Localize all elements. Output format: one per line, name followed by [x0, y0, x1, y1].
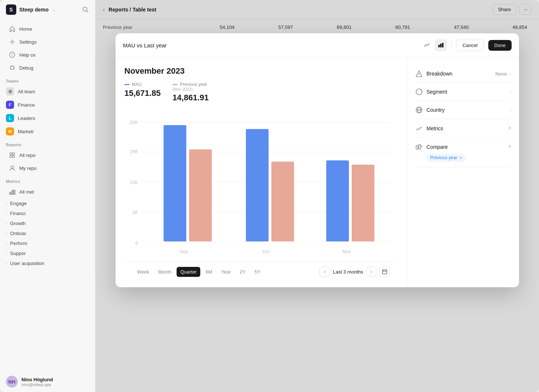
metrics-section[interactable]: Metrics + [415, 119, 512, 138]
chart-area: November 2023 MAU 15,671.85 [116, 57, 408, 287]
sidebar-item-growth[interactable]: › Growth [0, 218, 95, 228]
compare-header[interactable]: Compare + [415, 143, 512, 154]
country-section[interactable]: Country › [415, 101, 512, 119]
cancel-button[interactable]: Cancel [456, 40, 483, 51]
segment-chevron: › [510, 90, 512, 94]
month-button[interactable]: Month [154, 267, 175, 277]
modal-overlay: Cancel Done November 2023 MAU [96, 0, 539, 392]
2y-button[interactable]: 2Y [236, 267, 250, 277]
svg-rect-9 [13, 155, 14, 157]
onboar-chevron: › [6, 231, 7, 235]
sidebar-item-all-metrics[interactable]: All met [3, 185, 92, 198]
growth-label: Growth [10, 221, 26, 226]
compare-add[interactable]: + [508, 143, 512, 151]
chart-month-label: November 2023 [124, 66, 399, 76]
sidebar-item-suppor[interactable]: › Suppor [0, 248, 95, 258]
legend-mau-label: MAU [124, 82, 161, 87]
bar-chart: 20K 15K 10K 5K 0 [124, 111, 399, 262]
metrics-label: Metrics [426, 125, 508, 131]
metrics-icon [415, 125, 423, 132]
bar-chart-button[interactable] [435, 39, 447, 51]
avatar-initials: NH [9, 379, 16, 385]
sidebar-item-onboar[interactable]: › Onboar [0, 228, 95, 238]
year-button[interactable]: Year [217, 267, 234, 277]
main-content: ‹ Reports / Table test Share ··· Previou… [96, 0, 539, 392]
chart-legend: MAU 15,671.85 Previous year (Nov 2022) [124, 82, 399, 103]
compare-tags: Previous year × [415, 154, 512, 162]
leaders-label: Leaders [18, 115, 35, 121]
svg-rect-17 [442, 43, 443, 47]
nov-bar-previous [352, 165, 374, 241]
sidebar-footer: NH Nino Höglund nino@steep.app [0, 371, 96, 392]
search-icon[interactable] [82, 6, 89, 13]
6m-button[interactable]: 6M [202, 267, 216, 277]
legend-mau: MAU 15,671.85 [124, 82, 161, 103]
chart-title-input[interactable] [123, 42, 416, 48]
prev-period-button[interactable]: ‹ [319, 267, 330, 277]
svg-point-0 [83, 7, 87, 11]
all-metrics-label: All met [19, 189, 34, 195]
my-reports-label: My repo [19, 165, 37, 171]
week-button[interactable]: Week [133, 267, 153, 277]
svg-rect-16 [440, 44, 442, 47]
calendar-button[interactable] [379, 267, 390, 277]
sidebar-item-finance[interactable]: F Finance [0, 98, 95, 111]
svg-text:Oct: Oct [262, 249, 270, 254]
segment-section[interactable]: Segment › [415, 83, 512, 101]
compare-section: Compare + Previous year × [415, 138, 512, 167]
svg-rect-31 [382, 270, 387, 274]
sidebar-item-my-reports[interactable]: My repo [3, 162, 92, 174]
sidebar: S Steep demo ⌄ Home Settings ? Help ce [0, 0, 96, 392]
next-period-button[interactable]: › [366, 267, 376, 277]
all-teams-label: All team [18, 89, 35, 94]
svg-text:Nov: Nov [342, 249, 351, 254]
financi-label: Financi [10, 211, 26, 216]
user-email: nino@steep.app [21, 382, 53, 387]
sidebar-item-financi[interactable]: › Financi [0, 208, 95, 218]
sidebar-item-marketi[interactable]: M Marketi [0, 125, 95, 138]
line-chart-button[interactable] [421, 39, 433, 51]
sidebar-item-perform[interactable]: › Perform [0, 238, 95, 248]
sidebar-item-debug-label: Debug [19, 65, 33, 71]
suppor-chevron: › [6, 251, 7, 255]
breakdown-section[interactable]: Breakdown None ⌄ [415, 65, 512, 83]
leaders-icon: L [6, 114, 14, 122]
sidebar-item-all-reports[interactable]: All repo [3, 149, 92, 161]
sidebar-item-user-acquisition[interactable]: › User acquisition [0, 258, 95, 268]
compare-tag-previous-year[interactable]: Previous year × [426, 154, 466, 162]
breakdown-label: Breakdown [426, 71, 495, 77]
sidebar-item-engage[interactable]: › Engage [0, 198, 95, 208]
compare-tag-label: Previous year [430, 155, 457, 160]
compare-tag-remove[interactable]: × [459, 155, 462, 160]
header-divider [451, 40, 452, 50]
sidebar-item-settings[interactable]: Settings [3, 36, 92, 48]
perform-chevron: › [6, 241, 7, 245]
sidebar-item-debug[interactable]: Debug [3, 61, 92, 74]
sidebar-item-all-teams[interactable]: ⊞ All team [0, 85, 95, 98]
country-label: Country [426, 107, 509, 113]
sidebar-item-home[interactable]: Home [3, 23, 92, 35]
sidebar-item-help-label: Help ce [19, 52, 36, 58]
quarter-button[interactable]: Quarter [177, 267, 200, 277]
legend-prev-value: 14,861.91 [173, 93, 209, 103]
done-button[interactable]: Done [488, 40, 512, 51]
sidebar-item-help[interactable]: ? Help ce [3, 48, 92, 61]
svg-rect-42 [421, 146, 422, 147]
metrics-add[interactable]: + [508, 124, 512, 132]
oct-bar-previous [271, 161, 294, 241]
svg-rect-7 [13, 153, 14, 155]
user-acq-label: User acquisition [10, 261, 44, 266]
my-reports-icon [9, 165, 16, 171]
svg-text:0: 0 [135, 241, 138, 246]
svg-rect-6 [10, 153, 12, 155]
all-reports-icon [9, 152, 16, 158]
sidebar-item-leaders[interactable]: L Leaders [0, 111, 95, 125]
5y-button[interactable]: 5Y [251, 267, 264, 277]
svg-text:10K: 10K [130, 180, 138, 185]
growth-chevron: › [6, 221, 7, 225]
svg-rect-13 [13, 190, 14, 195]
line-chart-icon [424, 42, 430, 48]
bar-chart-icon [438, 42, 444, 48]
user-acq-chevron: › [6, 261, 7, 265]
svg-rect-41 [419, 144, 421, 149]
